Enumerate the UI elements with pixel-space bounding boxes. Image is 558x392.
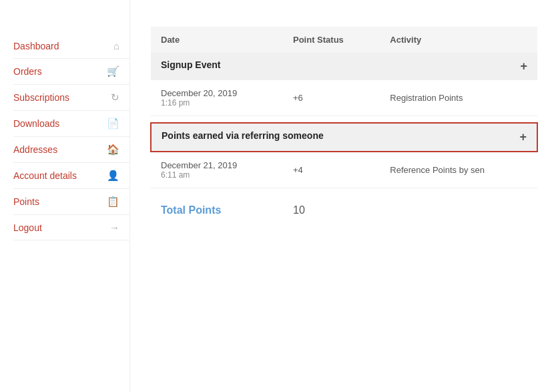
cell-date: December 20, 2019 1:16 pm: [151, 80, 283, 116]
subscriptions-icon: ↻: [111, 91, 119, 104]
sidebar-item-logout[interactable]: Logout →: [13, 215, 129, 240]
total-label: Total Points: [151, 194, 283, 226]
logout-icon: →: [109, 222, 119, 233]
sidebar-nav: Dashboard ⌂Orders 🛒Subscriptions ↻Downlo…: [13, 33, 129, 240]
cell-activity: Registration Points: [380, 80, 537, 116]
section-row-signup-event: Signup Event +: [151, 53, 537, 80]
col-point-status: Point Status: [283, 27, 380, 53]
sidebar-link-logout[interactable]: Logout: [13, 222, 42, 233]
cell-points: +6: [283, 80, 380, 116]
sidebar-link-points[interactable]: Points: [13, 196, 39, 207]
sidebar-item-orders[interactable]: Orders 🛒: [13, 59, 129, 85]
sidebar-link-orders[interactable]: Orders: [13, 66, 42, 77]
sidebar-item-account-details[interactable]: Account details 👤: [13, 163, 129, 189]
section-label-referral: Points earned via referring someone +: [151, 123, 537, 152]
date-value: December 20, 2019: [161, 88, 273, 98]
date-value: December 21, 2019: [161, 160, 273, 170]
sidebar: Dashboard ⌂Orders 🛒Subscriptions ↻Downlo…: [0, 0, 130, 392]
sidebar-item-dashboard[interactable]: Dashboard ⌂: [13, 33, 129, 59]
sidebar-link-addresses[interactable]: Addresses: [13, 144, 57, 155]
sidebar-link-downloads[interactable]: Downloads: [13, 118, 59, 129]
table-row: December 21, 2019 6:11 am +4 Reference P…: [151, 152, 537, 188]
section-toggle-signup-event[interactable]: +: [520, 59, 527, 73]
account-details-icon: 👤: [107, 170, 119, 182]
addresses-icon: 🏠: [107, 144, 119, 156]
sidebar-item-addresses[interactable]: Addresses 🏠: [13, 137, 129, 163]
cell-date: December 21, 2019 6:11 am: [151, 152, 283, 188]
section-row-referral: Points earned via referring someone +: [151, 123, 537, 152]
col-date: Date: [151, 27, 283, 53]
col-activity: Activity: [380, 27, 537, 53]
downloads-icon: 📄: [107, 118, 119, 130]
dashboard-icon: ⌂: [113, 40, 119, 51]
table-row: December 20, 2019 1:16 pm +6 Registratio…: [151, 80, 537, 116]
total-row: Total Points 10: [151, 194, 537, 226]
sidebar-link-subscriptions[interactable]: Subscriptions: [13, 92, 69, 103]
section-label-signup-event: Signup Event +: [151, 53, 537, 80]
cell-points: +4: [283, 152, 380, 188]
sidebar-item-subscriptions[interactable]: Subscriptions ↻: [13, 85, 129, 111]
sidebar-title: [13, 13, 129, 20]
time-value: 6:11 am: [161, 170, 273, 180]
sidebar-link-account-details[interactable]: Account details: [13, 170, 77, 181]
cell-activity: Reference Points by sen: [380, 152, 537, 188]
time-value: 1:16 pm: [161, 98, 273, 108]
spacer-row: [151, 116, 537, 123]
table-header-row: Date Point Status Activity: [151, 27, 537, 53]
main-content: Date Point Status Activity Signup Event …: [130, 0, 558, 392]
sidebar-item-points[interactable]: Points 📋: [13, 189, 129, 215]
spacer-row: [151, 188, 537, 194]
sidebar-link-dashboard[interactable]: Dashboard: [13, 41, 59, 51]
sidebar-item-downloads[interactable]: Downloads 📄: [13, 111, 129, 137]
points-icon: 📋: [107, 196, 119, 208]
orders-icon: 🛒: [107, 65, 119, 77]
total-value: 10: [283, 194, 380, 226]
section-toggle-referral[interactable]: +: [519, 130, 527, 144]
point-log-table: Date Point Status Activity Signup Event …: [150, 27, 538, 226]
